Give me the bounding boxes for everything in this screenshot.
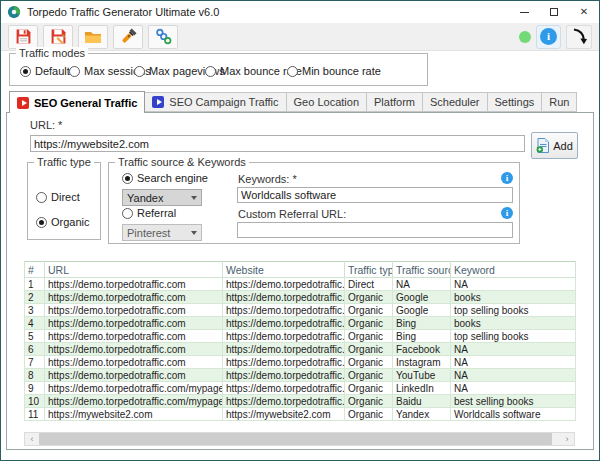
keywords-info-icon[interactable] [501,172,513,184]
share-button[interactable] [148,25,178,49]
organic-radio-label: Organic [51,216,90,228]
toolbar [1,23,599,51]
window-title: Torpedo Traffic Generator Ultimate v6.0 [27,6,219,18]
table-cell: https://demo.torpedotraffic.com [45,356,223,369]
play-icon [17,97,29,109]
table-cell: Organic [345,395,393,408]
tab-bar: SEO General TrafficSEO Campaign TrafficG… [9,91,577,112]
table-cell: Organic [345,343,393,356]
minimize-button[interactable] [509,1,539,23]
table-cell: Organic [345,369,393,382]
search-engine-radio[interactable]: Search engine [122,172,208,184]
chevron-down-icon [191,196,197,200]
share-icon [155,28,172,45]
table-row[interactable]: 7https://demo.torpedotraffic.comhttps://… [25,356,576,369]
referral-radio[interactable]: Referral [122,207,176,219]
close-button[interactable]: ✕ [569,1,599,23]
table-cell: books [451,317,576,330]
table-cell: https://demo.torpedotraffic.com [223,369,345,382]
table-cell: NA [451,343,576,356]
table-row[interactable]: 2https://demo.torpedotraffic.comhttps://… [25,291,576,304]
table-row[interactable]: 8https://demo.torpedotraffic.comhttps://… [25,369,576,382]
table-row[interactable]: 6https://demo.torpedotraffic.comhttps://… [25,343,576,356]
tab-run[interactable]: Run [542,92,577,112]
table-row[interactable]: 4https://demo.torpedotraffic.comhttps://… [25,317,576,330]
table-row[interactable]: 9https://demo.torpedotraffic.com/mypage.… [25,382,576,395]
tab-platform[interactable]: Platform [367,92,423,112]
table-cell: best selling books [451,395,576,408]
scroll-left-icon[interactable] [25,433,39,445]
table-cell: https://demo.torpedotraffic.com [223,343,345,356]
table-row[interactable]: 3https://demo.torpedotraffic.comhttps://… [25,304,576,317]
table-cell: NA [451,278,576,291]
table-cell: https://demo.torpedotraffic.com [45,369,223,382]
traffic-type-organic-radio[interactable]: Organic [36,216,90,228]
chevron-down-icon [191,231,197,235]
column-header-[interactable]: # [25,262,45,278]
table-cell: 2 [25,291,45,304]
table-cell: https://demo.torpedotraffic.com [45,317,223,330]
app-logo-icon [7,5,21,19]
table-cell: 5 [25,330,45,343]
table-cell: Organic [345,330,393,343]
table-cell: https://demo.torpedotraffic.com [223,317,345,330]
table-row[interactable]: 1https://demo.torpedotraffic.comhttps://… [25,278,576,291]
scrollbar-thumb[interactable] [39,433,552,445]
table-cell: NA [451,382,576,395]
search-engine-select[interactable]: Yandex [122,189,202,206]
traffic-source-group: Traffic source & Keywords Search engine … [108,162,520,244]
traffic-modes-group: Traffic modes DefaultMax sessionsMax pag… [9,53,428,86]
custom-referral-info-icon[interactable] [501,207,513,219]
add-button[interactable]: Add [531,132,578,159]
info-button[interactable] [536,25,561,49]
column-header-traffic-type[interactable]: Traffic type [345,262,393,278]
column-header-url[interactable]: URL [45,262,223,278]
open-button[interactable] [78,25,108,49]
custom-referral-input[interactable] [237,222,513,238]
url-input[interactable] [30,135,525,152]
table-row[interactable]: 5https://demo.torpedotraffic.comhttps://… [25,330,576,343]
exit-arrow-button[interactable] [566,25,592,49]
traffic-mode-default[interactable]: Default [20,65,70,77]
flashlight-icon [120,28,137,45]
save-button[interactable] [8,25,38,49]
table-cell: 6 [25,343,45,356]
traffic-modes-label: Traffic modes [16,47,88,59]
tab-seo-campaign-traffic[interactable]: SEO Campaign Traffic [145,92,286,112]
tab-settings[interactable]: Settings [488,92,543,112]
column-header-keyword[interactable]: Keyword [451,262,576,278]
tab-seo-general-traffic[interactable]: SEO General Traffic [9,91,145,113]
table-cell: LinkedIn [393,382,451,395]
tab-label: Run [549,96,569,108]
table-cell: https://demo.torpedotraffic.com [223,330,345,343]
table-cell: https://demo.torpedotraffic.com [45,278,223,291]
open-folder-icon [84,29,102,45]
horizontal-scrollbar[interactable] [24,432,575,446]
tab-label: Scheduler [430,96,480,108]
maximize-button[interactable] [539,1,569,23]
flashlight-button[interactable] [113,25,143,49]
table-cell: top selling books [451,304,576,317]
table-cell: https://demo.torpedotraffic.com [45,330,223,343]
radio-label: Default [35,65,70,77]
tab-scheduler[interactable]: Scheduler [423,92,488,112]
table-row[interactable]: 10https://demo.torpedotraffic.com/mypage… [25,395,576,408]
table-cell: Bing [393,330,451,343]
save-as-button[interactable] [43,25,73,49]
table-cell: Organic [345,356,393,369]
status-indicator [519,31,531,43]
traffic-type-direct-radio[interactable]: Direct [36,191,80,203]
referral-select[interactable]: Pinterest [122,224,202,241]
table-cell: Organic [345,304,393,317]
keywords-input[interactable] [237,187,513,203]
tab-geo-location[interactable]: Geo Location [287,92,367,112]
app-window: Torpedo Traffic Generator Ultimate v6.0 … [0,0,600,461]
add-document-icon [536,138,550,153]
traffic-mode-min-bounce-rate[interactable]: Min bounce rate [287,65,381,77]
column-header-website[interactable]: Website [223,262,345,278]
column-header-traffic-source[interactable]: Traffic source [393,262,451,278]
table-cell: 4 [25,317,45,330]
table-row[interactable]: 11https://mywebsite2.comhttps://mywebsit… [25,408,576,421]
title-bar: Torpedo Traffic Generator Ultimate v6.0 … [1,1,599,23]
scroll-right-icon[interactable] [560,433,574,445]
